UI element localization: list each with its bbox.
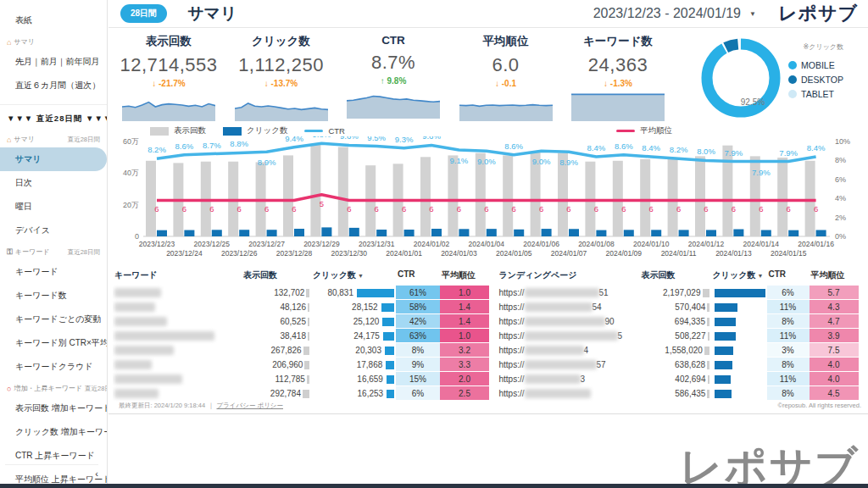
legend-label: DESKTOP — [801, 75, 843, 85]
url-suffix: 57 — [597, 360, 606, 369]
sidebar-item-11[interactable]: キーワード — [0, 260, 107, 284]
clicks-data-bar — [715, 361, 732, 369]
clicks-bar — [624, 230, 634, 236]
clicks-bar — [788, 230, 798, 236]
blurred-url — [525, 360, 597, 369]
impressions-cell: 60,525 — [242, 314, 311, 329]
x-axis-label: 2024/01/14 — [743, 240, 780, 248]
url-prefix: https:// — [499, 317, 525, 326]
column-header-3[interactable]: CTR — [396, 266, 440, 286]
sidebar-item-15[interactable]: キーワードクラウド — [0, 355, 107, 379]
ctr-cell: 8% — [767, 358, 810, 372]
clicks-bar — [321, 227, 331, 236]
rank-cell: 4.0 — [810, 372, 859, 386]
landing-url-cell[interactable]: https://4 — [498, 343, 640, 358]
impressions-cell: 206,960 — [242, 358, 311, 372]
sidebar-item-9[interactable]: デバイス — [0, 219, 107, 242]
impressions-value: 570,404 — [675, 302, 705, 312]
keyword-cell — [113, 329, 242, 343]
keyword-cell — [113, 286, 242, 300]
url-suffix: 4 — [584, 346, 589, 355]
impressions-mini-bar — [707, 303, 709, 312]
sidebar-item-8[interactable]: 曜日 — [0, 195, 107, 219]
clicks-cell — [711, 300, 767, 314]
kpi-value: 6.0 — [456, 54, 556, 76]
impressions-mini-bar — [308, 318, 309, 326]
impressions-value: 694,335 — [675, 317, 705, 326]
sidebar-item-3[interactable]: 直近６カ月間（週次） — [0, 74, 107, 97]
donut-legend-item-tablet: TABLET — [788, 89, 843, 99]
period-badge: 28日間 — [120, 4, 167, 23]
rank-cell: 2.5 — [440, 386, 489, 401]
rank-point-label: 6 — [621, 204, 626, 214]
kpi-title: 表示回数 — [119, 34, 219, 49]
chart-legend-label: 表示回数 — [174, 125, 206, 136]
sidebar-item-17[interactable]: 表示回数 増加キーワード — [0, 396, 107, 420]
kpi-title: キーワード数 — [568, 34, 668, 49]
privacy-policy-link[interactable]: プライバシー ポリシー — [217, 402, 284, 410]
impressions-value: 48,126 — [280, 302, 306, 312]
ctr-point-label: 8.6% — [504, 141, 523, 151]
landing-url-cell[interactable]: https://3 — [498, 372, 640, 386]
x-axis-label: 2023/12/26 — [221, 249, 258, 258]
impressions-cell: 694,335 — [640, 314, 711, 329]
blurred-keyword — [114, 331, 214, 341]
landing-url-cell[interactable]: https://51 — [498, 286, 640, 300]
url-prefix: https:// — [499, 346, 525, 355]
landing-url-cell[interactable]: https://90 — [498, 314, 640, 329]
clicks-cell — [711, 329, 767, 343]
y-axis-right-tick: 2% — [835, 214, 846, 222]
column-header-2[interactable]: クリック数▼ — [311, 266, 396, 286]
column-header-2[interactable]: クリック数▼ — [711, 266, 767, 286]
column-header-4[interactable]: 平均順位 — [810, 266, 859, 286]
ctr-cell: 6% — [767, 286, 810, 300]
ctr-cell: 63% — [396, 329, 440, 343]
sidebar-item-0[interactable]: 表紙 — [0, 8, 107, 32]
column-header-4[interactable]: 平均順位 — [440, 266, 489, 286]
column-header-0[interactable]: ランディングページ — [498, 266, 640, 286]
keyword-cell — [113, 372, 242, 386]
sidebar-item-2[interactable]: 先月｜前月｜前年同月 — [0, 50, 107, 74]
sidebar-item-12[interactable]: キーワード数 — [0, 284, 107, 308]
impressions-value: 267,826 — [271, 346, 302, 355]
x-axis-label: 2023/12/25 — [194, 240, 231, 248]
column-header-1[interactable]: 表示回数 — [242, 266, 311, 286]
date-range-selector[interactable]: 2023/12/23 - 2024/01/19 ▼ — [593, 6, 756, 21]
rank-point-label: 6 — [375, 204, 379, 214]
impressions-mini-bar — [708, 332, 709, 341]
rank-point-label: 6 — [402, 204, 406, 214]
sidebar-item-18[interactable]: クリック数 増加キーワード — [0, 420, 107, 444]
sort-caret-icon: ▼ — [358, 273, 364, 279]
sidebar-section-range: 直近28日間 — [68, 248, 103, 257]
rank-point-label: 6 — [732, 204, 736, 214]
bottom-bar — [0, 484, 868, 488]
sidebar-item-7[interactable]: 日次 — [0, 171, 107, 195]
sidebar-collapse-button[interactable]: ‹ — [5, 464, 98, 479]
blurred-url — [525, 346, 584, 355]
clicks-bar — [349, 228, 359, 236]
clicks-bar — [184, 230, 194, 236]
rank-point-label: 5 — [320, 199, 324, 208]
landing-url-cell[interactable]: https:// — [498, 386, 640, 401]
clicks-value: 28,152 — [352, 302, 378, 312]
sidebar-item-13[interactable]: キーワードごとの変動 — [0, 308, 107, 331]
chart-legend: 表示回数クリック数CTR平均順位 — [113, 125, 865, 136]
impressions-bar — [283, 155, 293, 236]
column-header-3[interactable]: CTR — [767, 266, 810, 286]
column-header-1[interactable]: 表示回数 — [640, 266, 711, 286]
rank-cell: 1.0 — [440, 329, 489, 343]
sidebar-item-6[interactable]: サマリ — [0, 147, 107, 171]
landing-url-cell[interactable]: https://5 — [498, 329, 640, 343]
kpi-delta: ↓ -0.1 — [456, 79, 556, 88]
date-range-value: 2023/12/23 - 2024/01/19 — [593, 6, 741, 21]
clicks-cell: 80,831 — [311, 286, 396, 300]
column-header-0[interactable]: キーワード — [113, 266, 242, 286]
sidebar-section-range: 直近28日間 — [85, 385, 108, 393]
ctr-cell: 8% — [396, 343, 440, 358]
y-axis-right-tick: 8% — [835, 156, 846, 164]
landing-url-cell[interactable]: https://57 — [498, 358, 640, 372]
landing-url-cell[interactable]: https://54 — [498, 300, 640, 314]
sidebar-item-14[interactable]: キーワード別 CTR×平均... — [0, 331, 107, 355]
y-axis-left-tick: 60万 — [123, 137, 139, 146]
clicks-cell: 20,303 — [311, 343, 396, 358]
